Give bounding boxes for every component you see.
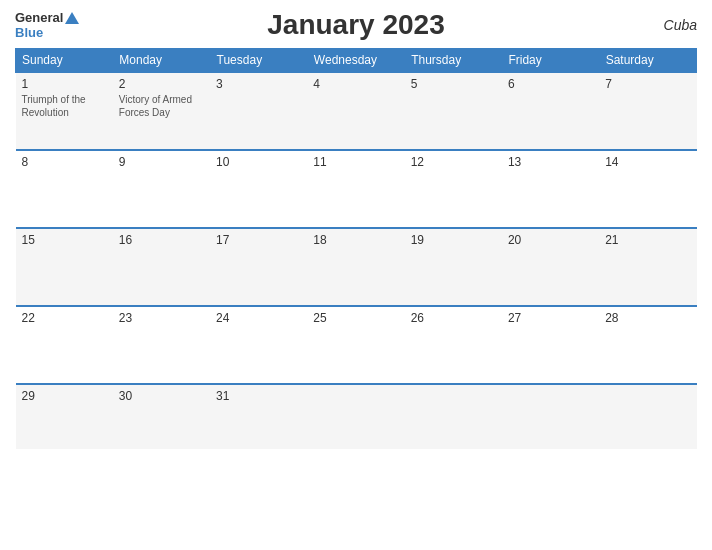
day-cell — [405, 384, 502, 449]
day-number: 17 — [216, 233, 301, 247]
day-number: 10 — [216, 155, 301, 169]
day-number: 5 — [411, 77, 496, 91]
holiday-text: Victory of Armed Forces Day — [119, 93, 204, 119]
header-wednesday: Wednesday — [307, 49, 404, 73]
day-number: 11 — [313, 155, 398, 169]
day-cell: 28 — [599, 306, 696, 384]
day-cell: 1Triumph of the Revolution — [16, 72, 113, 150]
logo-general: General — [15, 10, 63, 25]
week-row-4: 22232425262728 — [16, 306, 697, 384]
calendar-title: January 2023 — [267, 9, 444, 41]
day-number: 29 — [22, 389, 107, 403]
day-cell: 12 — [405, 150, 502, 228]
day-cell — [502, 384, 599, 449]
header-saturday: Saturday — [599, 49, 696, 73]
day-number: 24 — [216, 311, 301, 325]
day-number: 26 — [411, 311, 496, 325]
day-cell: 5 — [405, 72, 502, 150]
day-cell: 15 — [16, 228, 113, 306]
day-cell: 11 — [307, 150, 404, 228]
day-cell: 9 — [113, 150, 210, 228]
logo-triangle-icon — [65, 12, 79, 24]
header-sunday: Sunday — [16, 49, 113, 73]
day-cell: 6 — [502, 72, 599, 150]
day-cell: 23 — [113, 306, 210, 384]
day-cell — [599, 384, 696, 449]
day-cell: 21 — [599, 228, 696, 306]
day-cell: 13 — [502, 150, 599, 228]
day-cell: 30 — [113, 384, 210, 449]
day-number: 20 — [508, 233, 593, 247]
day-number: 16 — [119, 233, 204, 247]
day-number: 31 — [216, 389, 301, 403]
day-cell: 26 — [405, 306, 502, 384]
day-number: 1 — [22, 77, 107, 91]
day-cell: 29 — [16, 384, 113, 449]
logo-blue: Blue — [15, 25, 79, 40]
day-number: 8 — [22, 155, 107, 169]
day-number: 23 — [119, 311, 204, 325]
day-number: 27 — [508, 311, 593, 325]
day-number: 25 — [313, 311, 398, 325]
day-cell: 2Victory of Armed Forces Day — [113, 72, 210, 150]
day-cell: 16 — [113, 228, 210, 306]
calendar-table: Sunday Monday Tuesday Wednesday Thursday… — [15, 48, 697, 449]
calendar-header: General Blue January 2023 Cuba — [15, 10, 697, 40]
day-number: 4 — [313, 77, 398, 91]
day-number: 3 — [216, 77, 301, 91]
day-number: 15 — [22, 233, 107, 247]
days-header-row: Sunday Monday Tuesday Wednesday Thursday… — [16, 49, 697, 73]
day-cell: 8 — [16, 150, 113, 228]
day-number: 22 — [22, 311, 107, 325]
day-cell: 10 — [210, 150, 307, 228]
day-cell: 24 — [210, 306, 307, 384]
day-cell: 22 — [16, 306, 113, 384]
day-cell: 20 — [502, 228, 599, 306]
week-row-2: 891011121314 — [16, 150, 697, 228]
day-cell: 3 — [210, 72, 307, 150]
day-cell: 19 — [405, 228, 502, 306]
day-cell — [307, 384, 404, 449]
day-cell: 18 — [307, 228, 404, 306]
day-cell: 31 — [210, 384, 307, 449]
day-cell: 7 — [599, 72, 696, 150]
country-name: Cuba — [664, 17, 697, 33]
day-cell: 4 — [307, 72, 404, 150]
logo: General Blue — [15, 10, 79, 40]
day-number: 2 — [119, 77, 204, 91]
day-cell: 17 — [210, 228, 307, 306]
day-number: 28 — [605, 311, 690, 325]
header-monday: Monday — [113, 49, 210, 73]
day-cell: 25 — [307, 306, 404, 384]
day-number: 30 — [119, 389, 204, 403]
day-number: 19 — [411, 233, 496, 247]
day-number: 12 — [411, 155, 496, 169]
day-number: 14 — [605, 155, 690, 169]
day-cell: 27 — [502, 306, 599, 384]
week-row-3: 15161718192021 — [16, 228, 697, 306]
day-number: 18 — [313, 233, 398, 247]
day-number: 13 — [508, 155, 593, 169]
header-friday: Friday — [502, 49, 599, 73]
week-row-1: 1Triumph of the Revolution2Victory of Ar… — [16, 72, 697, 150]
day-number: 9 — [119, 155, 204, 169]
calendar-page: General Blue January 2023 Cuba Sunday Mo… — [0, 0, 712, 550]
day-number: 21 — [605, 233, 690, 247]
header-thursday: Thursday — [405, 49, 502, 73]
day-number: 6 — [508, 77, 593, 91]
header-tuesday: Tuesday — [210, 49, 307, 73]
week-row-5: 293031 — [16, 384, 697, 449]
holiday-text: Triumph of the Revolution — [22, 93, 107, 119]
day-cell: 14 — [599, 150, 696, 228]
day-number: 7 — [605, 77, 690, 91]
